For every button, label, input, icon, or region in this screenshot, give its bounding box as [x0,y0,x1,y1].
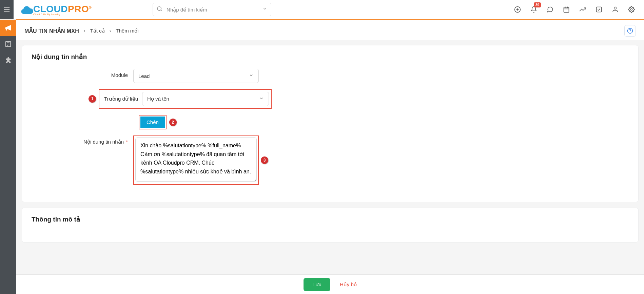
chevron-down-icon [249,73,254,79]
chevron-down-icon [259,96,264,102]
field-row-highlight: Trường dữ liệu Họ và tên [99,89,272,109]
breadcrumb-all[interactable]: Tất cả [90,28,105,34]
annotation-3: 3 [261,156,268,164]
sidebar-item-documents[interactable] [0,36,16,52]
topbar-actions: 39 [514,6,641,13]
chat-button[interactable] [546,6,554,13]
help-icon [627,28,633,34]
message-content-textarea[interactable] [135,138,257,182]
menu-toggle[interactable] [0,0,14,19]
cancel-button[interactable]: Hủy bỏ [340,281,357,288]
logo-text-2: PRO [68,4,89,14]
insert-button-highlight: Chèn [139,115,167,129]
footer-actions: Lưu Hủy bỏ [16,274,644,294]
reports-button[interactable] [579,6,586,13]
megaphone-icon [4,24,12,31]
field-label: Trường dữ liệu [101,96,142,102]
svg-rect-8 [564,7,569,12]
calendar-button[interactable] [563,6,570,13]
description-card: Thông tin mô tả [22,208,639,243]
module-select[interactable]: Lead [133,69,259,83]
cloud-icon [20,4,33,15]
hamburger-icon [3,6,11,13]
content-highlight: 3 [133,135,259,185]
chevron-right-icon: › [84,28,85,34]
module-value: Lead [138,73,150,79]
field-value: Họ và tên [147,96,169,102]
breadcrumb-module[interactable]: MẪU TIN NHẮN MXH [24,28,79,34]
topbar: CLOUDPRO® Cloud CRM By Industry 39 [0,0,644,19]
search-container [153,3,271,16]
puzzle-icon [4,57,12,64]
sidebar-item-extensions[interactable] [0,52,16,68]
section-title-content: Nội dung tin nhắn [32,53,629,61]
logo-text-1: CLOUD [33,4,68,14]
sidebar [0,20,16,294]
content-label: Nội dung tin nhắn * [32,135,133,145]
insert-button[interactable]: Chèn [140,117,165,128]
add-button[interactable] [514,6,521,13]
field-select[interactable]: Họ và tên [142,92,269,106]
tasks-button[interactable] [595,6,603,13]
settings-button[interactable] [628,6,635,13]
svg-rect-12 [597,7,602,12]
svg-point-13 [614,7,617,9]
search-icon [157,6,162,13]
breadcrumb-current: Thêm mới [116,28,138,34]
section-title-description: Thông tin mô tả [32,215,629,223]
help-button[interactable] [624,25,636,37]
newspaper-icon [4,40,12,48]
notification-badge: 39 [534,2,541,7]
annotation-2: 2 [169,119,177,126]
svg-point-14 [631,9,632,10]
message-content-card: Nội dung tin nhắn Module Lead 1 [22,45,639,202]
logo[interactable]: CLOUDPRO® Cloud CRM By Industry [20,4,92,16]
chevron-down-icon[interactable] [262,6,267,13]
svg-point-3 [157,7,161,10]
save-button[interactable]: Lưu [304,278,330,291]
breadcrumb: MẪU TIN NHẮN MXH › Tất cả › Thêm mới [16,20,644,40]
annotation-1: 1 [89,95,96,103]
svg-line-4 [161,10,162,11]
module-label: Module [32,69,133,78]
profile-button[interactable] [611,6,619,13]
main-content: MẪU TIN NHẮN MXH › Tất cả › Thêm mới Nội… [16,20,644,294]
search-input[interactable] [153,3,271,16]
chevron-right-icon: › [110,28,111,34]
sidebar-item-campaigns[interactable] [0,20,16,36]
notifications-button[interactable]: 39 [530,6,538,13]
